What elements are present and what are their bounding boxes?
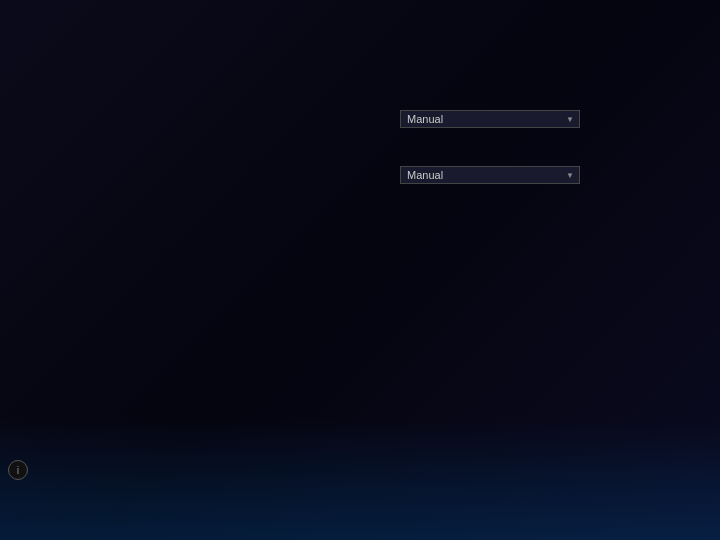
select-wrapper: ManualAuto: [400, 110, 580, 128]
voltage-select[interactable]: ManualAuto: [400, 166, 580, 184]
voltage-select[interactable]: ManualAuto: [400, 110, 580, 128]
select-wrapper: ManualAuto: [400, 166, 580, 184]
setting-control[interactable]: ManualAuto: [400, 166, 580, 184]
info-button[interactable]: i: [8, 460, 28, 480]
setting-control[interactable]: ManualAuto: [400, 110, 580, 128]
